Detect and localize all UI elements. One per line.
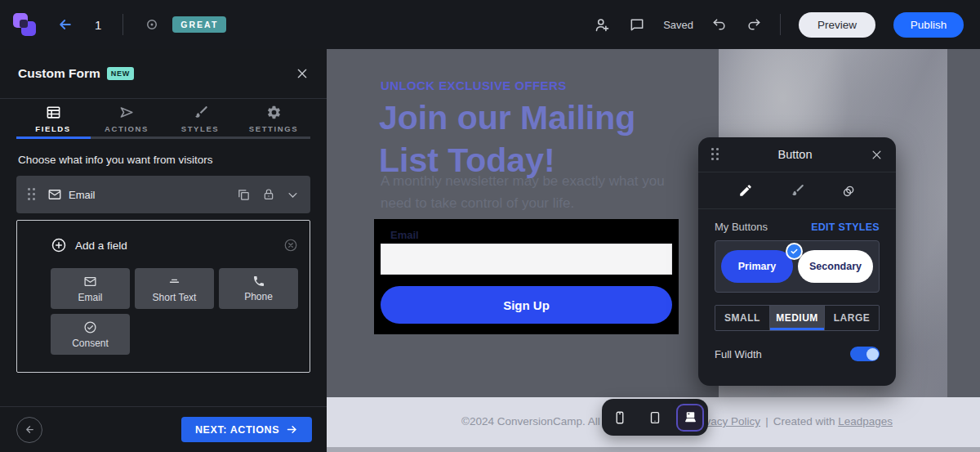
add-field-header: Add a field: [51, 237, 298, 253]
tab-label: FIELDS: [35, 124, 70, 133]
popover-tabs: [698, 172, 896, 208]
tab-actions[interactable]: ACTIONS: [90, 99, 163, 139]
add-short-text-field-button[interactable]: Short Text: [135, 268, 214, 309]
divider: [122, 14, 123, 35]
form-field-row-email[interactable]: Email: [16, 176, 310, 213]
active-tab-underline: [16, 136, 91, 139]
full-width-toggle[interactable]: [850, 347, 880, 361]
panel-footer: NEXT: ACTIONS: [0, 406, 327, 452]
undo-icon[interactable]: [711, 16, 728, 33]
leadpages-link[interactable]: Leadpages: [838, 415, 893, 427]
mobile-preview-button[interactable]: [606, 404, 634, 432]
top-bar-right: Saved Preview Publish: [594, 12, 980, 38]
panel-header: Custom Form NEW: [0, 49, 327, 98]
actions-icon: [119, 105, 135, 120]
next-actions-label: NEXT: ACTIONS: [195, 424, 279, 436]
custom-form-panel: Custom Form NEW FIELDS ACTIONS: [0, 49, 327, 452]
hero-paragraph: A monthly newsletter may be exactly what…: [381, 170, 675, 214]
popover-header: Button: [698, 137, 896, 172]
tab-underline-track: [16, 136, 310, 139]
signup-form-widget[interactable]: Email Sign Up: [374, 219, 679, 334]
link-tab-icon[interactable]: [841, 183, 857, 199]
secondary-style-option[interactable]: Secondary: [798, 250, 873, 283]
target-score-icon[interactable]: [145, 17, 159, 32]
field-option-label: Phone: [244, 291, 273, 302]
size-medium-button[interactable]: MEDIUM: [769, 306, 824, 330]
share-add-user-icon[interactable]: [594, 16, 611, 34]
panel-title: Custom Form: [18, 66, 100, 81]
add-field-label: Add a field: [75, 239, 127, 252]
device-preview-switcher: [602, 399, 708, 436]
styles-brush-icon: [193, 105, 208, 120]
tab-label: SETTINGS: [249, 124, 298, 133]
popover-body: My Buttons EDIT STYLES Primary Secondary…: [698, 209, 896, 361]
edit-styles-link[interactable]: EDIT STYLES: [811, 222, 880, 233]
close-icon[interactable]: [296, 67, 309, 80]
drag-handle-icon[interactable]: [28, 188, 36, 201]
tablet-preview-button[interactable]: [641, 404, 669, 432]
tab-styles[interactable]: STYLES: [163, 99, 237, 139]
selected-check-icon: [786, 243, 803, 260]
size-segmented-control: SMALL MEDIUM LARGE: [715, 305, 880, 331]
style-brush-tab-icon[interactable]: [790, 183, 804, 198]
panel-subtitle: Choose what info you want from visitors: [0, 139, 327, 176]
preview-button[interactable]: Preview: [799, 12, 875, 38]
publish-button[interactable]: Publish: [893, 12, 964, 38]
top-bar: 1 GREAT Saved Preview Publish: [0, 0, 980, 49]
field-row-label: Email: [69, 189, 96, 201]
signup-button[interactable]: Sign Up: [381, 286, 672, 324]
plus-circle-icon[interactable]: [51, 237, 67, 253]
add-phone-field-button[interactable]: Phone: [219, 268, 298, 309]
full-width-label: Full Width: [715, 348, 762, 360]
tab-fields[interactable]: FIELDS: [16, 99, 90, 139]
field-option-label: Consent: [72, 338, 109, 349]
separator: |: [765, 415, 768, 427]
popover-title: Button: [719, 148, 871, 161]
button-settings-popover: Button My Buttons EDIT STYLES Pri: [698, 137, 896, 386]
size-small-button[interactable]: SMALL: [715, 306, 769, 330]
add-email-field-button[interactable]: Email: [51, 268, 130, 309]
edit-pencil-tab-icon[interactable]: [738, 183, 753, 198]
add-consent-field-button[interactable]: Consent: [51, 314, 130, 355]
my-buttons-label: My Buttons: [715, 221, 768, 233]
settings-gear-icon: [266, 105, 282, 120]
page-number: 1: [95, 18, 101, 32]
panel-tabs: FIELDS ACTIONS STYLES SETTINGS: [0, 99, 327, 139]
email-icon: [47, 187, 62, 202]
score-badge[interactable]: GREAT: [172, 16, 226, 33]
close-icon[interactable]: [871, 149, 883, 161]
hero-eyebrow-text: UNLOCK EXCLUSIVE OFFERS: [381, 78, 567, 92]
close-circle-icon[interactable]: [283, 238, 298, 253]
hero-heading: Join our Mailing List Today!: [379, 96, 681, 181]
field-option-label: Email: [78, 292, 102, 303]
field-option-label: Short Text: [153, 292, 197, 303]
top-bar-left: 1 GREAT: [0, 13, 226, 36]
tab-settings[interactable]: SETTINGS: [237, 99, 310, 139]
button-style-picker: Primary Secondary: [715, 240, 880, 293]
full-width-row: Full Width: [715, 347, 880, 361]
chevron-down-icon[interactable]: [287, 189, 299, 201]
drag-handle-icon[interactable]: [711, 148, 719, 161]
lock-icon[interactable]: [262, 188, 275, 201]
duplicate-icon[interactable]: [237, 188, 251, 202]
field-options-grid: Email Short Text Phone Consent: [51, 268, 298, 355]
add-field-section: Add a field Email Short Text Phone: [16, 220, 310, 373]
divider: [780, 14, 781, 35]
form-email-label: Email: [390, 229, 419, 241]
comment-icon[interactable]: [629, 16, 645, 33]
back-arrow-icon[interactable]: [57, 16, 74, 33]
size-large-button[interactable]: LARGE: [824, 306, 879, 330]
new-badge: NEW: [107, 67, 134, 80]
primary-style-option[interactable]: Primary: [721, 250, 793, 283]
next-actions-button[interactable]: NEXT: ACTIONS: [181, 417, 312, 442]
desktop-preview-button[interactable]: [676, 404, 704, 432]
leadpages-logo[interactable]: [13, 13, 36, 36]
form-email-input[interactable]: [381, 244, 672, 275]
created-with-text: Created with: [773, 415, 835, 427]
back-step-button[interactable]: [16, 417, 42, 443]
app-window: 1 GREAT Saved Preview Publish: [0, 0, 980, 452]
my-buttons-row: My Buttons EDIT STYLES: [715, 221, 880, 233]
tab-label: ACTIONS: [105, 124, 149, 133]
saved-status: Saved: [663, 19, 693, 31]
redo-icon[interactable]: [746, 16, 762, 33]
